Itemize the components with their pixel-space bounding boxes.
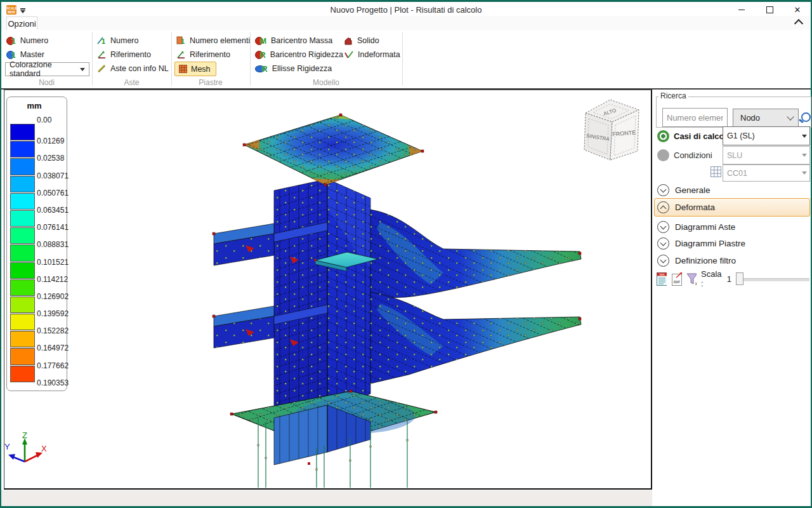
- legend-row: 0.038071: [10, 158, 65, 175]
- chevron-circle-icon: [657, 255, 669, 267]
- ribbon-item-nodi-master[interactable]: 1 Master: [6, 48, 44, 61]
- ribbon-collapse-icon[interactable]: [794, 19, 803, 28]
- load-case-value: G1 (SL): [723, 127, 799, 145]
- condition-combobox[interactable]: SLU: [723, 146, 810, 164]
- ribbon-label: Numero: [110, 36, 138, 45]
- ribbon-item-mesh-selected[interactable]: Mesh: [174, 62, 216, 76]
- export-dxf-icon[interactable]: DXF: [671, 272, 682, 286]
- ribbon-item-indeformata[interactable]: Indeformata: [344, 48, 400, 61]
- svg-text:DXF: DXF: [674, 280, 680, 284]
- view-cube[interactable]: ALTO SINISTRA FRONTE: [584, 100, 639, 160]
- ribbon-item-aste-nl[interactable]: Aste con info NL: [97, 62, 169, 75]
- r-glyph: R: [260, 51, 266, 60]
- group-label-modello: Modello: [250, 78, 402, 87]
- legend-rows: 0.012690.025380.0380710.0507610.0634510.…: [10, 124, 65, 383]
- ribbon-item-piastre-riferimento[interactable]: Riferimento: [176, 48, 230, 61]
- ribbon-item-aste-numero[interactable]: 1 Numero: [97, 34, 138, 47]
- section-definizione-filtro[interactable]: Definizione filtro: [657, 255, 736, 267]
- ribbon-item-solido[interactable]: Solido: [344, 34, 379, 47]
- ribbon-item-aste-riferimento[interactable]: Riferimento: [97, 48, 151, 61]
- colorazione-combobox[interactable]: Colorazione standard: [5, 62, 89, 76]
- floor-wing-right-lower: [370, 292, 581, 384]
- maximize-button[interactable]: [760, 4, 779, 15]
- plate-number-icon: 1: [176, 36, 185, 45]
- filter-icon[interactable]: x: [686, 272, 697, 286]
- dropdown-button[interactable]: [799, 127, 809, 145]
- ribbon-tab-strip: Opzioni: [1, 16, 811, 30]
- legend-swatch: [10, 176, 35, 192]
- section-generale[interactable]: Generale: [657, 184, 710, 196]
- export-txt-icon[interactable]: TXT: [656, 272, 667, 286]
- dropdown-arrow-icon: [80, 68, 85, 71]
- section-diagrammi-piastre[interactable]: Diagrammi Piastre: [657, 237, 745, 250]
- legend-row: 0.190353: [10, 366, 65, 383]
- scale-value: 1: [727, 274, 731, 284]
- legend-swatch: [10, 158, 35, 175]
- slider-thumb[interactable]: [736, 272, 743, 285]
- chevron-circle-icon: [657, 201, 669, 213]
- svg-text:TXT: TXT: [659, 272, 665, 276]
- legend-row: 0.088831: [10, 227, 65, 244]
- section-label: Diagrammi Piastre: [675, 239, 745, 248]
- combination-grid-icon: [710, 166, 721, 177]
- group-label-piastre: Piastre: [171, 78, 250, 87]
- section-label: Definizione filtro: [675, 256, 736, 265]
- legend-swatch: [10, 124, 35, 140]
- ribbon-item-baricentro-massa[interactable]: M Baricentro Massa: [255, 34, 332, 47]
- floor-wing-right-upper: [370, 210, 581, 298]
- search-icon[interactable]: [801, 112, 811, 122]
- load-case-combobox[interactable]: G1 (SL): [723, 126, 810, 145]
- legend-swatch: [10, 348, 35, 364]
- minimize-icon: [738, 10, 745, 11]
- legend-row: 0.101521: [10, 244, 65, 262]
- results-side-panel: Ricerca Nodo Casi di calcolo G1 (SL) Con…: [653, 90, 811, 506]
- m-glyph: M: [260, 37, 266, 46]
- combination-value: CC01: [723, 165, 799, 181]
- scale-label: Scala :: [701, 269, 723, 288]
- legend-swatch: [10, 297, 35, 313]
- model-viewport[interactable]: ALTO SINISTRA FRONTE Z X Y: [4, 90, 652, 490]
- legend-swatch: [10, 279, 35, 296]
- ribbon-item-piastre-numero[interactable]: 1 Numero elementi: [176, 34, 250, 47]
- legend-swatch: [10, 193, 35, 210]
- scale-slider[interactable]: [736, 272, 809, 286]
- dropdown-button: [799, 165, 809, 181]
- ribbon-label: Indeformata: [358, 50, 400, 59]
- tab-opzioni[interactable]: Opzioni: [6, 17, 37, 30]
- search-type-combobox[interactable]: Nodo: [733, 109, 799, 127]
- svg-text:1: 1: [102, 37, 105, 45]
- ribbon-item-ellisse-rigidezza[interactable]: R Ellisse Rigidezza: [255, 62, 332, 75]
- minimize-button[interactable]: [732, 4, 751, 15]
- casi-di-calcolo-radio[interactable]: [657, 130, 669, 142]
- legend-unit: mm: [7, 101, 62, 110]
- legend-row: 0.063451: [10, 193, 65, 210]
- beam-nl-icon: [97, 64, 106, 73]
- dropdown-arrow-icon: [802, 171, 807, 175]
- chevron-circle-icon: [657, 184, 669, 196]
- legend-row: 0.164972: [10, 331, 65, 348]
- search-input[interactable]: [662, 108, 728, 127]
- close-button[interactable]: ✕: [788, 4, 807, 15]
- combination-combobox[interactable]: CC01: [723, 164, 810, 182]
- section-label: Diagrammi Aste: [675, 222, 735, 232]
- condizioni-radio[interactable]: [657, 149, 669, 161]
- color-scale-legend: mm 0.00 0.012690.025380.0380710.0507610.…: [6, 97, 67, 391]
- ribbon-label: Ellisse Rigidezza: [272, 64, 332, 73]
- chevron-circle-icon: [657, 221, 669, 233]
- ribbon-item-nodi-numero[interactable]: 1 Numero: [6, 34, 48, 47]
- axis-y-label: Y: [4, 442, 10, 451]
- r-glyph: R: [262, 65, 268, 74]
- axis-reference-icon: [176, 50, 185, 59]
- slider-track[interactable]: [736, 278, 809, 281]
- mesh-grid-icon: [179, 65, 187, 73]
- one-glyph: 1: [11, 51, 16, 60]
- legend-row: 0.02538: [10, 141, 65, 158]
- app-window: SCALE MOD Nuovo Progetto | Plot - Risult…: [0, 0, 812, 508]
- section-deformata[interactable]: Deformata: [657, 201, 715, 213]
- legend-row: 0.01269: [10, 124, 65, 141]
- legend-row: 0.139592: [10, 297, 65, 314]
- ribbon-item-baricentro-rigidezza[interactable]: R Baricentro Rigidezza: [255, 48, 343, 61]
- ribbon-label: Solido: [357, 36, 379, 45]
- section-diagrammi-aste[interactable]: Diagrammi Aste: [657, 221, 735, 233]
- legend-row: 0.114212: [10, 262, 65, 279]
